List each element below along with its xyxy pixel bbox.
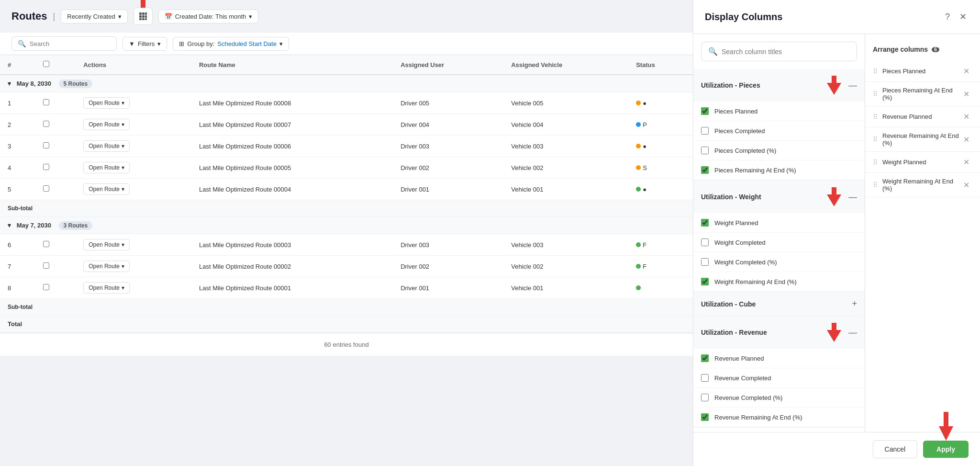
drag-handle-icon[interactable]: ⠿ <box>873 136 878 143</box>
column-checkbox[interactable] <box>701 147 709 154</box>
columns-display-button[interactable] <box>134 8 153 25</box>
table-row: 5 Open Route ▾ Last Mile Optimized Route… <box>0 179 693 200</box>
group-by-button[interactable]: ⊞ Group by: Scheduled Start Date ▾ <box>173 37 289 51</box>
column-checkbox[interactable] <box>701 354 709 362</box>
column-checkbox[interactable] <box>701 239 709 246</box>
open-route-button[interactable]: Open Route ▾ <box>83 162 130 173</box>
section-header-pieces[interactable]: Utilization - Pieces — <box>693 69 865 102</box>
column-label: Revenue Remaining At End (%) <box>714 414 802 421</box>
subtotal-row: Sub-total <box>0 200 693 217</box>
section-cube: Utilization - Cube + <box>693 292 865 316</box>
section-title-weight: Utilization - Weight <box>701 193 761 201</box>
svg-rect-8 <box>145 18 147 20</box>
section-header-revenue[interactable]: Utilization - Revenue — <box>693 316 865 349</box>
column-item[interactable]: Revenue Remaining At End (%) <box>693 408 865 427</box>
column-checkbox[interactable] <box>701 166 709 174</box>
recently-created-button[interactable]: Recently Created ▾ <box>61 10 127 23</box>
drag-handle-icon[interactable]: ⠿ <box>873 90 878 98</box>
drag-handle-icon[interactable]: ⠿ <box>873 181 878 189</box>
column-item[interactable]: Revenue Planned <box>693 349 865 368</box>
row-checkbox[interactable] <box>43 262 49 269</box>
column-checkbox[interactable] <box>701 374 709 382</box>
section-weight: Utilization - Weight — Weight Planned We… <box>693 181 865 292</box>
search-column-input[interactable] <box>722 48 850 56</box>
open-route-button[interactable]: Open Route ▾ <box>83 282 130 294</box>
column-checkbox[interactable] <box>701 219 709 227</box>
drag-handle-icon[interactable]: ⠿ <box>873 113 878 121</box>
row-checkbox[interactable] <box>43 284 49 290</box>
column-item[interactable]: Pieces Remaining At End (%) <box>693 160 865 180</box>
column-item[interactable]: Weight Completed (%) <box>693 252 865 272</box>
row-checkbox[interactable] <box>43 99 49 105</box>
search-column-box[interactable]: 🔍 <box>701 42 857 61</box>
remove-column-button[interactable]: ✕ <box>960 180 972 191</box>
column-checkbox[interactable] <box>701 413 709 421</box>
drag-handle-icon[interactable]: ⠿ <box>873 68 878 75</box>
column-item[interactable]: Pieces Completed <box>693 121 865 141</box>
open-route-button[interactable]: Open Route ▾ <box>83 261 130 272</box>
close-panel-button[interactable]: ✕ <box>958 10 969 24</box>
column-checkbox[interactable] <box>701 278 709 285</box>
column-checkbox[interactable] <box>701 394 709 401</box>
svg-rect-12 <box>832 76 836 84</box>
remove-column-button[interactable]: ✕ <box>960 111 972 122</box>
svg-rect-6 <box>139 18 142 20</box>
entries-footer: 60 entries found <box>0 333 693 356</box>
row-checkbox[interactable] <box>43 142 49 148</box>
remove-column-button[interactable]: ✕ <box>960 134 972 145</box>
arrange-items: ⠿ Pieces Planned ✕ ⠿ Pieces Remaining At… <box>865 61 980 197</box>
row-checkbox[interactable] <box>43 121 49 127</box>
column-label: Pieces Remaining At End (%) <box>714 167 796 174</box>
column-item[interactable]: Weight Completed <box>693 233 865 252</box>
arrange-item: ⠿ Weight Remaining At End (%) ✕ <box>865 173 980 197</box>
cancel-button[interactable]: Cancel <box>873 440 918 458</box>
open-route-button[interactable]: Open Route ▾ <box>83 239 130 250</box>
column-item[interactable]: Revenue Completed (%) <box>693 388 865 408</box>
remove-column-button[interactable]: ✕ <box>960 89 972 100</box>
search-box[interactable]: 🔍 <box>11 36 117 51</box>
help-button[interactable]: ? <box>943 10 952 24</box>
display-columns-panel: Display Columns ? ✕ 🔍 Utilization - Piec… <box>693 0 980 466</box>
row-checkbox[interactable] <box>43 241 49 247</box>
column-label: Weight Completed (%) <box>714 259 777 266</box>
column-checkbox[interactable] <box>701 258 709 266</box>
apply-button[interactable]: Apply <box>923 441 969 458</box>
status-dot <box>636 242 641 247</box>
open-route-button[interactable]: Open Route ▾ <box>83 140 130 152</box>
arrange-item-label: Weight Remaining At End (%) <box>882 178 960 192</box>
row-checkbox[interactable] <box>43 164 49 170</box>
section-header-weight[interactable]: Utilization - Weight — <box>693 181 865 213</box>
column-item[interactable]: Pieces Planned <box>693 102 865 121</box>
svg-rect-5 <box>145 15 147 18</box>
column-checkbox[interactable] <box>701 127 709 135</box>
column-checkbox[interactable] <box>701 107 709 115</box>
column-item[interactable]: Pieces Completed (%) <box>693 141 865 160</box>
search-icon: 🔍 <box>18 40 26 47</box>
column-item[interactable]: Revenue Completed <box>693 368 865 388</box>
section-toggle-weight[interactable]: — <box>848 192 857 202</box>
filters-button[interactable]: ▼ Filters ▾ <box>122 37 167 51</box>
section-toggle-revenue[interactable]: — <box>848 328 857 338</box>
remove-column-button[interactable]: ✕ <box>960 66 972 77</box>
open-route-button[interactable]: Open Route ▾ <box>83 119 130 130</box>
arrange-item-label: Pieces Remaining At End (%) <box>882 87 960 101</box>
svg-rect-10 <box>141 0 145 8</box>
section-toggle-pieces[interactable]: — <box>848 80 857 91</box>
svg-marker-13 <box>827 194 841 206</box>
open-route-button[interactable]: Open Route ▾ <box>83 97 130 109</box>
open-route-button[interactable]: Open Route ▾ <box>83 183 130 195</box>
date-filter-button[interactable]: 📅 Created Date: This month ▾ <box>158 10 259 23</box>
section-toggle-cube[interactable]: + <box>852 299 857 309</box>
remove-column-button[interactable]: ✕ <box>960 157 972 168</box>
drag-handle-icon[interactable]: ⠿ <box>873 159 878 166</box>
arrange-item: ⠿ Revenue Planned ✕ <box>865 106 980 127</box>
column-item[interactable]: Weight Planned <box>693 213 865 233</box>
column-item[interactable]: Weight Remaining At End (%) <box>693 272 865 292</box>
section-header-cube[interactable]: Utilization - Cube + <box>693 292 865 316</box>
table-row: 7 Open Route ▾ Last Mile Optimized Route… <box>0 256 693 277</box>
row-checkbox[interactable] <box>43 185 49 192</box>
panel-footer: Cancel Apply <box>693 432 980 466</box>
status-dot <box>636 144 641 148</box>
select-all-checkbox[interactable] <box>43 61 49 67</box>
search-input[interactable] <box>30 40 111 47</box>
